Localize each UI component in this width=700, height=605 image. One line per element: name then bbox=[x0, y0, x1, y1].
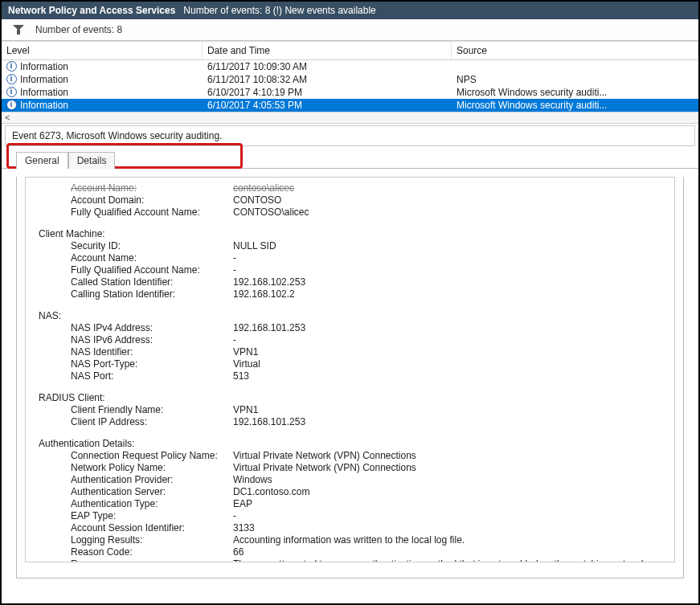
label: Authentication Type: bbox=[32, 498, 233, 510]
col-source[interactable]: Source bbox=[452, 42, 698, 59]
label: Network Policy Name: bbox=[32, 462, 233, 474]
event-grid: Level Date and Time Source Information 6… bbox=[2, 41, 698, 124]
cell-source: Microsoft Windows security auditi... bbox=[452, 86, 698, 99]
detail-pane: Account Name:contoso\alicec Account Doma… bbox=[16, 177, 684, 578]
value: DC1.contoso.com bbox=[233, 486, 668, 498]
value: 192.168.101.253 bbox=[233, 322, 668, 334]
detail-text[interactable]: Account Name:contoso\alicec Account Doma… bbox=[25, 177, 675, 562]
info-icon bbox=[6, 87, 17, 97]
value: Windows bbox=[233, 474, 668, 486]
event-header: Event 6273, Microsoft Windows security a… bbox=[5, 125, 695, 146]
label: Connection Request Policy Name: bbox=[32, 450, 233, 462]
value: CONTOSO bbox=[233, 194, 668, 206]
label: Calling Station Identifier: bbox=[32, 288, 233, 300]
label: NAS IPv6 Address: bbox=[32, 334, 233, 346]
cell-source: NPS bbox=[452, 73, 698, 86]
label: NAS Port-Type: bbox=[32, 358, 233, 370]
section-title: Client Machine: bbox=[32, 228, 668, 240]
value: 66 bbox=[233, 546, 668, 558]
label: Authentication Provider: bbox=[32, 474, 233, 486]
col-datetime[interactable]: Date and Time bbox=[203, 42, 452, 59]
value: Virtual bbox=[233, 358, 668, 370]
title-subtext: Number of events: 8 (!) New events avail… bbox=[183, 5, 375, 16]
tab-details[interactable]: Details bbox=[68, 152, 116, 169]
value: 192.168.101.253 bbox=[233, 416, 668, 428]
value: Virtual Private Network (VPN) Connection… bbox=[233, 462, 668, 474]
tab-strip: General Details bbox=[2, 146, 698, 169]
value: 3133 bbox=[233, 522, 668, 534]
label: Account Session Identifier: bbox=[32, 522, 233, 534]
label: Client Friendly Name: bbox=[32, 404, 233, 416]
label: Account Name: bbox=[32, 252, 233, 264]
value: VPN1 bbox=[233, 346, 668, 358]
table-row[interactable]: Information 6/10/2017 4:10:19 PM Microso… bbox=[2, 86, 698, 99]
label: NAS Identifier: bbox=[32, 346, 233, 358]
info-icon bbox=[6, 100, 17, 110]
value: - bbox=[233, 334, 668, 346]
section-title: NAS: bbox=[32, 310, 668, 322]
value: Accounting information was written to th… bbox=[233, 534, 668, 546]
label: EAP Type: bbox=[32, 510, 233, 522]
table-row[interactable]: Information 6/11/2017 10:09:30 AM bbox=[2, 60, 698, 73]
section-title: Authentication Details: bbox=[32, 438, 668, 450]
label: Security ID: bbox=[32, 240, 233, 252]
value: 192.168.102.253 bbox=[233, 276, 668, 288]
label: Reason Code: bbox=[32, 546, 233, 558]
cell-level: Information bbox=[20, 74, 68, 85]
cell-datetime: 6/11/2017 10:09:30 AM bbox=[203, 60, 452, 73]
value: - bbox=[233, 252, 668, 264]
cell-source bbox=[452, 66, 698, 67]
label: Authentication Server: bbox=[32, 486, 233, 498]
value: - bbox=[233, 264, 668, 276]
event-count-label: Number of events: 8 bbox=[35, 24, 122, 35]
value: 192.168.102.2 bbox=[233, 288, 668, 300]
value: NULL SID bbox=[233, 240, 668, 252]
grid-header[interactable]: Level Date and Time Source bbox=[2, 42, 698, 60]
label: Client IP Address: bbox=[32, 416, 233, 428]
title-text: Network Policy and Access Services bbox=[8, 5, 175, 16]
cell-level: Information bbox=[20, 100, 68, 111]
value: Virtual Private Network (VPN) Connection… bbox=[233, 450, 668, 462]
table-row[interactable]: Information 6/10/2017 4:05:53 PM Microso… bbox=[2, 99, 698, 112]
label: Logging Results: bbox=[32, 534, 233, 546]
value: CONTOSO\alicec bbox=[233, 206, 668, 219]
cell-datetime: 6/10/2017 4:05:53 PM bbox=[203, 99, 452, 112]
cell-datetime: 6/10/2017 4:10:19 PM bbox=[203, 86, 452, 99]
col-level[interactable]: Level bbox=[2, 42, 203, 59]
cell-datetime: 6/11/2017 10:08:32 AM bbox=[203, 73, 452, 86]
filter-bar: Number of events: 8 bbox=[2, 19, 698, 41]
label: Fully Qualified Account Name: bbox=[32, 264, 233, 276]
label: Called Station Identifier: bbox=[32, 276, 233, 288]
value: - bbox=[233, 510, 668, 522]
section-title: RADIUS Client: bbox=[32, 392, 668, 404]
value: The user attempted to use an authenticat… bbox=[233, 558, 668, 562]
cell-source: Microsoft Windows security auditi... bbox=[452, 99, 698, 112]
label: Fully Qualified Account Name: bbox=[32, 206, 233, 219]
label: NAS Port: bbox=[32, 370, 233, 382]
value: contoso\alicec bbox=[233, 182, 668, 194]
title-bar: Network Policy and Access Services Numbe… bbox=[2, 2, 698, 19]
value: 513 bbox=[233, 370, 668, 382]
value: VPN1 bbox=[233, 404, 668, 416]
tab-general[interactable]: General bbox=[16, 152, 68, 169]
info-icon bbox=[6, 61, 17, 72]
info-icon bbox=[6, 74, 17, 84]
value: EAP bbox=[233, 498, 668, 510]
filter-icon[interactable] bbox=[13, 25, 24, 35]
label: Account Domain: bbox=[32, 194, 233, 206]
label: Account Name: bbox=[32, 182, 233, 194]
label: NAS IPv4 Address: bbox=[32, 322, 233, 334]
cell-level: Information bbox=[20, 87, 68, 98]
horizontal-scrollbar[interactable]: < bbox=[2, 112, 698, 124]
cell-level: Information bbox=[20, 61, 68, 72]
label: Reason: bbox=[32, 558, 233, 562]
table-row[interactable]: Information 6/11/2017 10:08:32 AM NPS bbox=[2, 73, 698, 86]
